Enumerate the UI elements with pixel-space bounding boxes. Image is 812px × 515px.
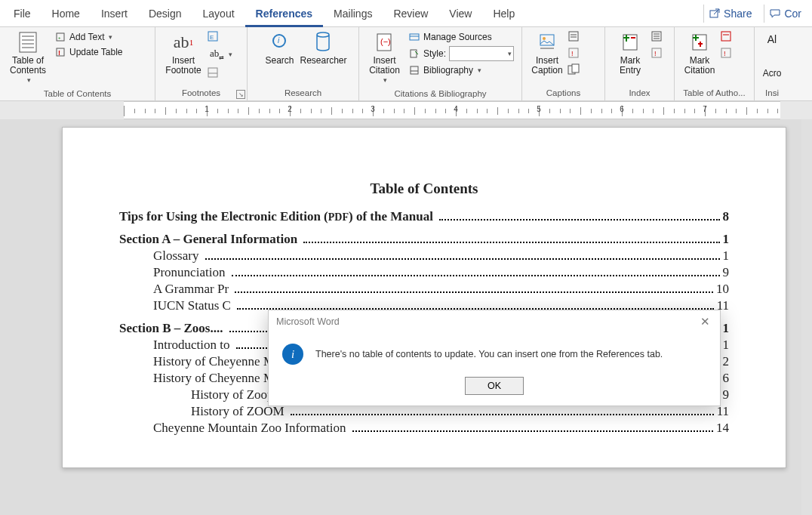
bibliography-button[interactable]: Bibliography ▾ (405, 63, 517, 77)
group-label-citations: Citations & Bibliography (359, 88, 521, 100)
manage-sources-button[interactable]: Manage Sources (405, 30, 517, 44)
update-table-icon: ! (54, 46, 66, 58)
style-dropdown[interactable]: Style: ▾ (405, 45, 517, 62)
svg-rect-18 (410, 34, 419, 40)
svg-text:!: ! (654, 50, 657, 57)
footnote-icon: ab1 (174, 30, 193, 54)
group-label-index: Index (605, 87, 674, 100)
tab-insert[interactable]: Insert (91, 0, 138, 27)
mark-citation-button[interactable]: Mark Citation (679, 29, 720, 77)
document-page[interactable]: Table of Contents Tips for Using the Ele… (62, 127, 786, 468)
tab-mailings[interactable]: Mailings (323, 0, 383, 27)
mark-citation-label: Mark Citation (684, 56, 715, 76)
svg-text:i: i (278, 36, 280, 45)
group-label-research: Research (248, 87, 358, 100)
toc-button-label: Table of Contents (10, 56, 46, 76)
group-label-footnotes: Footnotes (155, 87, 247, 100)
table-of-contents-button[interactable]: Table of Contents ▾ (5, 29, 51, 86)
researcher-button[interactable]: Researcher (300, 29, 347, 67)
svg-rect-32 (572, 64, 579, 72)
svg-rect-26 (569, 32, 578, 41)
manage-sources-label: Manage Sources (423, 32, 492, 42)
svg-text:E: E (210, 34, 214, 41)
tab-review[interactable]: Review (383, 0, 438, 27)
group-index: Mark Entry ! Index (605, 27, 675, 100)
update-tof-icon[interactable]: ! (567, 47, 580, 59)
add-text-label: Add Text (69, 32, 104, 42)
svg-text:!: ! (724, 50, 726, 57)
svg-rect-20 (411, 50, 417, 57)
share-label: Share (724, 8, 752, 20)
svg-rect-21 (411, 66, 418, 74)
insert-footnote-label: Insert Footnote (165, 56, 201, 76)
update-toa-icon[interactable]: ! (720, 47, 732, 59)
mark-entry-button[interactable]: Mark Entry (610, 29, 651, 77)
update-table-button[interactable]: ! Update Table (51, 45, 126, 59)
search-button[interactable]: i Search (260, 29, 300, 67)
insert-citation-button[interactable]: (−) Insert Citation ▾ (364, 29, 405, 86)
svg-text:(−): (−) (380, 37, 391, 46)
update-table-label: Update Table (69, 47, 123, 57)
svg-rect-1 (20, 32, 36, 52)
footnotes-dialog-launcher[interactable]: ↘ (236, 90, 245, 99)
comment-icon (769, 8, 781, 20)
search-icon: i (270, 30, 290, 54)
update-index-icon[interactable]: ! (651, 47, 663, 59)
toc-entry: Pronunciation 9 (119, 265, 729, 280)
tab-references[interactable]: References (245, 0, 324, 27)
vertical-scrollbar[interactable] (801, 119, 812, 515)
tab-help[interactable]: Help (482, 0, 525, 27)
researcher-label: Researcher (300, 56, 346, 66)
style-label: Style: (423, 48, 446, 59)
insert-index-icon[interactable] (651, 30, 663, 42)
share-icon (709, 8, 721, 20)
tab-layout[interactable]: Layout (192, 0, 245, 27)
caption-icon (538, 30, 556, 54)
insert-toa-icon[interactable] (720, 30, 732, 42)
toc-entry: A Grammar Pr 10 (119, 282, 729, 297)
insert-endnote-icon[interactable]: E (207, 30, 219, 42)
message-dialog: Microsoft Word ✕ i There's no table of c… (268, 310, 721, 406)
dialog-ok-button[interactable]: OK (465, 377, 524, 395)
cross-reference-icon[interactable] (567, 63, 580, 76)
tab-home[interactable]: Home (42, 0, 91, 27)
svg-rect-29 (569, 48, 578, 57)
info-icon: i (282, 344, 303, 365)
group-authorities: Mark Citation ! Table of Autho... (675, 27, 755, 100)
chevron-down-icon: ▾ (478, 66, 481, 74)
toc-icon (17, 30, 38, 54)
horizontal-ruler[interactable]: 1234567 (124, 101, 780, 119)
add-text-button[interactable]: + Add Text ▾ (51, 30, 126, 44)
bibliography-icon (408, 64, 420, 76)
style-combo[interactable]: ▾ (449, 46, 514, 61)
add-text-icon: + (54, 31, 66, 43)
group-table-of-contents: Table of Contents ▾ + Add Text ▾ ! Updat… (0, 27, 155, 100)
chevron-down-icon: ▾ (27, 77, 31, 85)
comments-button[interactable]: Cor (764, 5, 806, 23)
insert-footnote-button[interactable]: ab1 Insert Footnote (160, 29, 207, 77)
tab-view[interactable]: View (438, 0, 482, 27)
group-footnotes: ab1 Insert Footnote E ab⇄ ▾ Footnotes ↘ (155, 27, 248, 100)
svg-rect-12 (208, 68, 217, 77)
researcher-icon (314, 30, 334, 54)
group-acronyms: Al Acro Insi (755, 27, 789, 100)
dialog-close-button[interactable]: ✕ (697, 315, 712, 328)
toc-entry: History of ZOOM 11 (119, 404, 729, 419)
toc-entry: Cheyenne Mountain Zoo Information 14 (119, 421, 729, 436)
tab-file[interactable]: File (3, 0, 42, 27)
share-button[interactable]: Share (703, 5, 756, 23)
insert-caption-button[interactable]: Insert Caption (527, 29, 567, 77)
show-notes-icon[interactable] (207, 66, 219, 79)
group-label-captions: Captions (522, 87, 604, 100)
svg-rect-41 (652, 48, 661, 57)
mark-entry-label: Mark Entry (620, 56, 641, 76)
group-captions: Insert Caption ! Captions (522, 27, 605, 100)
group-label-acronyms: Insi (755, 87, 789, 100)
svg-rect-46 (721, 32, 730, 41)
toc-entry: Tips for Using the Electronic Edition (P… (119, 209, 729, 224)
tab-design[interactable]: Design (138, 0, 192, 27)
group-research: i Search Researcher Research (248, 27, 359, 100)
next-footnote-button[interactable]: ab⇄ ▾ (207, 47, 235, 62)
insert-table-figures-icon[interactable] (567, 30, 580, 42)
toc-entry: Section A – General Information 1 (119, 232, 729, 247)
